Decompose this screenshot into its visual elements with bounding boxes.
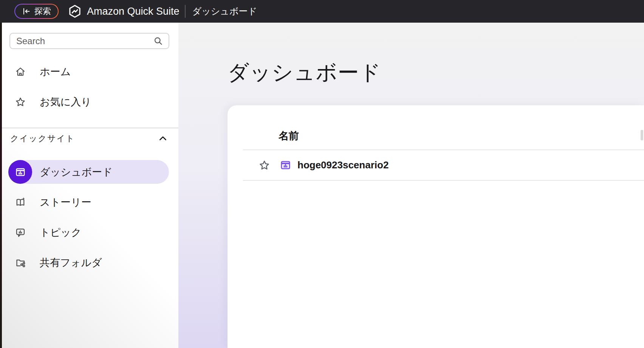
- collapse-left-icon: [22, 7, 31, 16]
- story-icon: [15, 197, 26, 208]
- main-content: ダッシュボード 名前 hoge0923scenario2: [178, 23, 644, 348]
- column-header-name[interactable]: 名前: [279, 129, 299, 143]
- brand-name: Amazon Quick Suite: [87, 6, 180, 17]
- sidebar-item-label: お気に入り: [40, 95, 91, 109]
- top-bar: 探索 Amazon Quick Suite ダッシュボード: [0, 0, 644, 23]
- dashboard-name-link[interactable]: hoge0923scenario2: [297, 159, 389, 171]
- topbar-divider: [185, 5, 186, 18]
- quicksite-section-header: クイックサイト: [2, 130, 178, 147]
- sidebar-item-dashboards[interactable]: ダッシュボード: [8, 160, 169, 184]
- dashboard-item-icon: [280, 159, 291, 171]
- sidebar-item-home[interactable]: ホーム: [2, 57, 178, 87]
- sidebar-item-label: ストーリー: [40, 196, 91, 209]
- dashboard-list-card: 名前 hoge0923scenario2: [228, 105, 644, 348]
- breadcrumb[interactable]: ダッシュボード: [192, 5, 257, 17]
- dashboard-icon: [8, 160, 32, 184]
- chevron-up-icon[interactable]: [158, 133, 168, 144]
- sidebar: ホーム お気に入り クイックサイト ダッシュボード: [2, 23, 178, 348]
- quicksite-section-label: クイックサイト: [10, 133, 75, 144]
- sidebar-item-label: トピック: [40, 226, 82, 239]
- search-box: [9, 33, 169, 49]
- search-input[interactable]: [10, 36, 153, 46]
- star-icon: [15, 96, 26, 108]
- shared-folder-icon: [15, 257, 26, 268]
- sidebar-item-stories[interactable]: ストーリー: [2, 187, 178, 217]
- window-edge-strip: [0, 23, 2, 348]
- sidebar-item-label: ダッシュボード: [40, 165, 113, 179]
- sidebar-item-shared-folders[interactable]: 共有フォルダ: [2, 248, 178, 278]
- sidebar-item-topics[interactable]: トピック: [2, 217, 178, 248]
- search-icon: [153, 36, 163, 46]
- table-row[interactable]: hoge0923scenario2: [243, 150, 644, 180]
- brand[interactable]: Amazon Quick Suite: [68, 4, 180, 18]
- quick-suite-logo-icon: [68, 4, 82, 18]
- sidebar-item-favorites[interactable]: お気に入り: [2, 87, 178, 117]
- explore-button-label: 探索: [34, 6, 51, 17]
- topic-icon: [15, 227, 26, 238]
- sidebar-divider: [2, 128, 178, 128]
- page-title: ダッシュボード: [228, 59, 381, 87]
- favorite-star-icon[interactable]: [259, 159, 270, 171]
- explore-button[interactable]: 探索: [14, 4, 59, 19]
- sidebar-item-label: 共有フォルダ: [40, 256, 102, 269]
- home-icon: [15, 66, 26, 77]
- sidebar-item-label: ホーム: [40, 65, 71, 79]
- table-row-divider: [243, 180, 644, 181]
- scrollbar-thumb[interactable]: [641, 130, 643, 140]
